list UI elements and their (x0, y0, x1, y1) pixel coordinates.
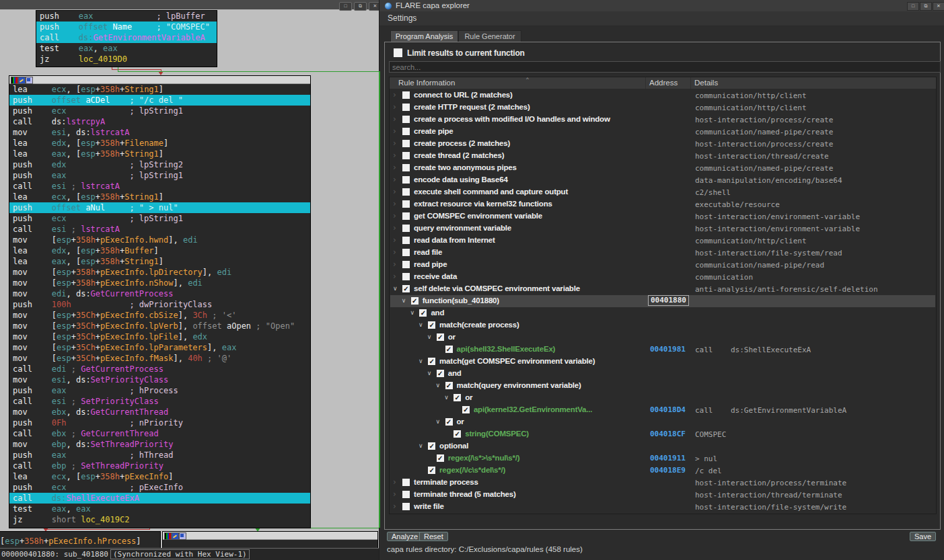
row-checkbox[interactable] (402, 212, 410, 220)
rule-row[interactable]: ›terminate thread (5 matches)host-intera… (390, 489, 935, 501)
row-checkbox[interactable] (402, 116, 410, 123)
asm-line[interactable]: lea eax, [esp+358h+String1] (9, 149, 310, 159)
rule-row[interactable]: ›extract resource via kernel32 functions… (390, 198, 935, 210)
float-window-icon[interactable]: ⧉ (354, 2, 367, 11)
row-checkbox[interactable]: ✓ (445, 382, 453, 389)
asm-line[interactable]: lea eax, [esp+358h+String1] (9, 256, 310, 267)
column-divider[interactable] (690, 77, 691, 89)
asm-line[interactable]: mov ebp, ds:SetThreadPriority (9, 439, 310, 450)
asm-line[interactable]: mov [esp+358h+pExecInfo.hwnd], edi (9, 235, 310, 245)
rule-row[interactable]: ›get COMSPEC environment variablehost-in… (390, 210, 935, 223)
asm-line[interactable]: [esp+358h+pExecInfo.hProcess] (0, 536, 160, 547)
rule-row[interactable]: ›create process (2 matches)host-interact… (390, 138, 935, 150)
expand-chevron-icon[interactable]: › (393, 477, 396, 487)
column-divider[interactable] (645, 77, 646, 89)
asm-line[interactable]: mov ebx, ds:GetCurrentThread (9, 407, 310, 417)
collapse-chevron-icon[interactable]: ∨ (436, 418, 441, 425)
asm-line[interactable]: push ecx ; lpString1 (9, 213, 310, 224)
analyze-button[interactable]: Analyze (387, 532, 423, 541)
collapse-chevron-icon[interactable]: ∨ (393, 285, 398, 292)
asm-line[interactable]: push edx ; lpString2 (9, 159, 310, 170)
asm-line[interactable]: lea ecx, [esp+358h+String1] (9, 192, 310, 202)
rule-row[interactable]: ›create pipecommunication/named-pipe/cre… (390, 126, 935, 138)
rule-row[interactable]: ›create HTTP request (2 matches)communic… (390, 102, 935, 114)
collapse-chevron-icon[interactable]: ∨ (419, 358, 423, 364)
asm-line[interactable]: call ds:GetEnvironmentVariableA (36, 32, 217, 43)
asm-line[interactable]: mov [esp+35Ch+pExecInfo.cbSize], 3Ch ; '… (9, 310, 310, 321)
menu-settings[interactable]: Settings (388, 13, 416, 23)
row-checkbox[interactable]: ✓ (428, 321, 435, 329)
chart-icon[interactable] (26, 77, 33, 84)
collapse-chevron-icon[interactable]: ∨ (419, 321, 423, 328)
row-checkbox[interactable]: ✓ (428, 442, 435, 450)
row-checkbox[interactable]: ✓ (437, 333, 444, 341)
rule-row[interactable]: ›query environment variablehost-interact… (390, 223, 935, 235)
row-checkbox[interactable]: ✓ (428, 467, 435, 474)
basic-block-4[interactable] (162, 531, 378, 549)
asm-line[interactable]: push offset aNul ; " > nul" (9, 202, 310, 213)
column-address[interactable]: Address (649, 79, 678, 87)
expand-chevron-icon[interactable]: › (393, 223, 396, 233)
collapse-chevron-icon[interactable]: ∨ (427, 370, 432, 376)
palette-icon[interactable] (11, 77, 18, 84)
collapse-chevron-icon[interactable]: ∨ (444, 394, 449, 401)
edit-icon[interactable] (172, 532, 179, 540)
asm-line[interactable]: test eax, eax (9, 504, 310, 514)
asm-line[interactable]: push ecx ; pExecInfo (9, 482, 310, 493)
basic-block-3[interactable]: [esp+358h+pExecInfo.hProcess] (0, 531, 161, 549)
expand-chevron-icon[interactable]: › (393, 211, 396, 221)
expand-chevron-icon[interactable]: › (393, 259, 396, 269)
row-checkbox[interactable] (402, 104, 410, 111)
asm-line[interactable]: push 0Fh ; nPriority (9, 417, 310, 428)
asm-line[interactable]: mov [esp+35Ch+pExecInfo.lpFile], edx (9, 331, 310, 342)
asm-line[interactable]: call ebp ; SetThreadPriority (9, 461, 310, 471)
row-checkbox[interactable]: ✓ (462, 406, 470, 413)
expand-chevron-icon[interactable]: › (393, 175, 396, 184)
row-checkbox[interactable]: ✓ (437, 454, 444, 462)
rule-row[interactable]: ✓regex(/\s*>\s*nul\s*/)00401911> nul (390, 452, 935, 465)
maximize-icon[interactable]: □ (339, 2, 352, 11)
asm-line[interactable]: push offset aCDel ; "/c del " (9, 95, 310, 106)
row-checkbox[interactable]: ✓ (428, 358, 435, 365)
rule-row[interactable]: ›read pipecommunication/named-pipe/read (390, 259, 935, 271)
collapse-chevron-icon[interactable]: ∨ (419, 442, 423, 449)
row-checkbox[interactable] (402, 273, 410, 280)
rule-row[interactable]: ›receive datacommunication (390, 271, 935, 283)
asm-line[interactable]: push eax ; hProcess (9, 385, 310, 396)
asm-line[interactable]: call ebx ; GetCurrentThread (9, 428, 310, 439)
asm-line[interactable]: mov esi, ds:SetPriorityClass (9, 374, 310, 385)
rule-row[interactable]: ∨✓and (390, 368, 935, 380)
palette-icon[interactable] (164, 532, 172, 540)
rule-row[interactable]: ∨✓match(query environment variable) (390, 380, 935, 392)
tab-program-analysis[interactable]: Program Analysis (390, 30, 458, 42)
asm-line[interactable]: push eax ; lpBuffer (36, 11, 217, 22)
asm-line[interactable]: jz loc_4019D0 (36, 54, 217, 65)
row-checkbox[interactable]: ✓ (453, 394, 461, 401)
close-icon[interactable]: ✕ (933, 2, 944, 11)
rule-row[interactable]: ›encode data using Base64data-manipulati… (390, 174, 935, 186)
save-button[interactable]: Save (910, 532, 936, 541)
rule-row[interactable]: ∨✓optional (390, 440, 935, 452)
asm-line[interactable]: call esi ; lstrcatA (9, 224, 310, 235)
basic-block-1[interactable]: push eax ; lpBufferpush offset Name ; "C… (36, 10, 217, 67)
rule-row[interactable]: ›create a process with modified I/O hand… (390, 114, 935, 126)
tab-rule-generator[interactable]: Rule Generator (458, 30, 521, 42)
expand-chevron-icon[interactable]: › (393, 151, 396, 160)
asm-line[interactable]: call ds:ShellExecuteExA (9, 493, 310, 504)
row-checkbox[interactable] (402, 479, 410, 486)
rule-row[interactable]: ∨✓match(get COMSPEC environment variable… (390, 356, 935, 368)
reset-button[interactable]: Reset (419, 532, 448, 541)
rule-row[interactable]: ∨✓match(create process) (390, 319, 935, 331)
expand-chevron-icon[interactable]: › (393, 114, 396, 124)
rule-row[interactable]: ✓api(kernel32.GetEnvironmentVa...004018D… (390, 404, 935, 416)
expand-chevron-icon[interactable]: › (393, 90, 396, 99)
rule-row[interactable]: ✓api(shell32.ShellExecuteEx)00401981call… (390, 344, 935, 356)
rule-row[interactable]: ›create two anonymous pipescommunication… (390, 162, 935, 174)
rule-row[interactable]: ✓string(COMSPEC)004018CFCOMSPEC (390, 428, 935, 440)
chart-icon[interactable] (179, 532, 186, 540)
search-input[interactable] (389, 61, 941, 73)
expand-chevron-icon[interactable]: › (393, 502, 396, 511)
row-checkbox[interactable] (402, 140, 410, 147)
asm-line[interactable]: push eax ; hThread (9, 450, 310, 461)
rule-row[interactable]: ›connect to URL (2 matches)communication… (390, 89, 935, 102)
